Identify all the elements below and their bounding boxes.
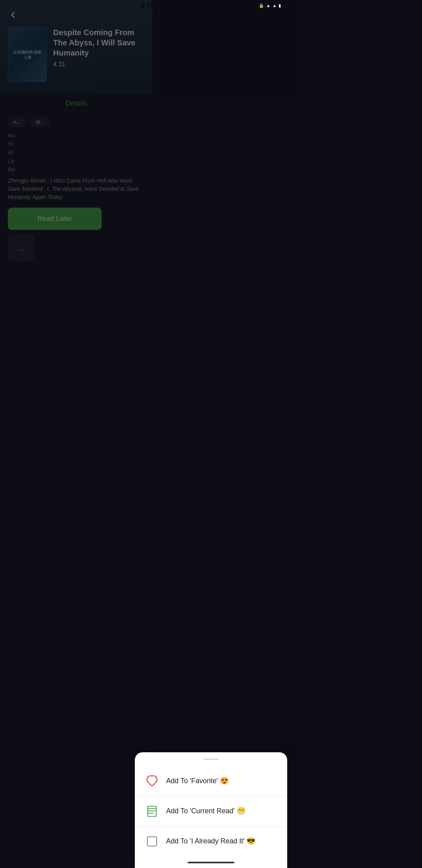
modal-overlay[interactable] (0, 0, 152, 868)
bottom-sheet-modal: Add To 'Favorite' 😍 Add To 'Current Read… (135, 752, 152, 868)
nav-bar (135, 857, 152, 868)
checkbox-icon (144, 834, 152, 849)
status-bar: 3:21 🔒 ▲ ▲ ▮ (135, 0, 152, 11)
sheet-item-current-read[interactable]: Add To 'Current Read' 😁 (135, 796, 152, 827)
status-time: 3:21 (141, 2, 152, 9)
svg-rect-4 (147, 837, 152, 846)
sheet-item-already-read[interactable]: Add To 'I Already Read It' 😎 (135, 827, 152, 856)
bookmark-icon (144, 803, 152, 819)
sheet-item-favorite[interactable]: Add To 'Favorite' 😍 (135, 766, 152, 796)
heart-icon (144, 773, 152, 789)
